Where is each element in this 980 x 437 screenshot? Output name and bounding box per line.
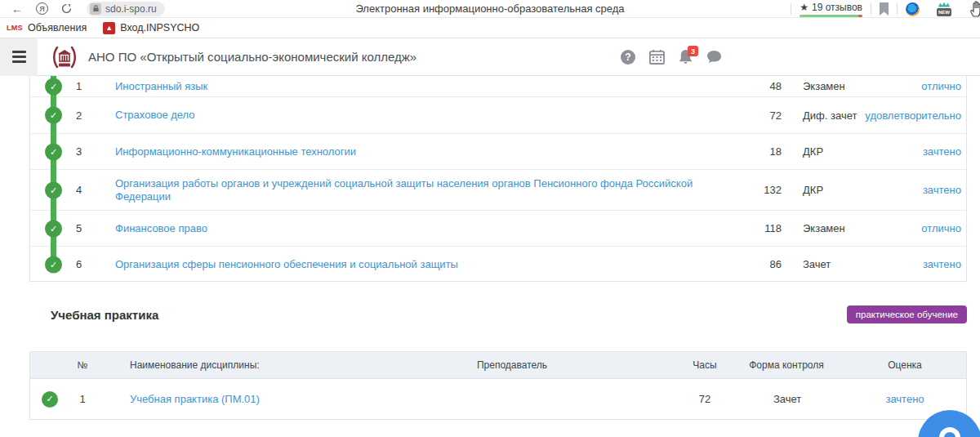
grade-link[interactable]: отлично [860, 222, 966, 234]
grade-link[interactable]: зачтено [860, 184, 966, 196]
grade-link[interactable]: зачтено [844, 393, 966, 405]
discipline-link[interactable]: Информационно-коммуникационные технологи… [115, 145, 742, 158]
check-circle-icon: ✓ [45, 78, 62, 95]
url-text: sdo.i-spo.ru [105, 3, 157, 15]
extension-new-icon[interactable]: NEW [937, 2, 951, 16]
star-icon: ★ [800, 2, 808, 13]
control-form: Экзамен [782, 80, 860, 92]
check-circle-icon: ✓ [45, 181, 62, 198]
lms-icon: LMS [7, 24, 23, 32]
hours-value: 48 [742, 80, 782, 92]
reviews-button[interactable]: ★ 19 отзывов [800, 2, 862, 17]
column-header-name: Наименование дисциплины: [99, 359, 344, 371]
control-form: Диф. зачет [782, 109, 860, 122]
page-title: Электронная информационно-образовательна… [355, 2, 624, 15]
row-number: 6 [76, 258, 115, 270]
lock-icon [90, 3, 101, 15]
section-title: Учебная практика [51, 308, 158, 322]
check-circle-icon: ✓ [45, 220, 62, 237]
control-form: Зачет [782, 258, 860, 270]
check-circle-icon: ✓ [45, 107, 62, 124]
grade-link[interactable]: отлично [860, 80, 966, 92]
grade-link[interactable]: удовлетворительно [860, 109, 966, 122]
back-icon[interactable]: ← [11, 0, 23, 18]
disciplines-table: ✓ 1 Иностранный язык 48 Экзамен отлично … [29, 76, 967, 282]
divider [897, 3, 898, 15]
divider [960, 3, 960, 15]
bookmark-label: Вход.INPSYCHO [120, 22, 199, 33]
practice-type-badge[interactable]: практическое обучение [847, 305, 967, 323]
row-number: 1 [66, 393, 99, 405]
site-header: АНО ПО «Открытый социально-экономический… [0, 38, 980, 76]
discipline-link[interactable]: Финансовое право [115, 222, 742, 235]
hours-value: 72 [680, 393, 729, 405]
column-header-form: Форма контроля [729, 359, 844, 371]
check-circle-icon: ✓ [42, 391, 58, 408]
hours-value: 132 [742, 184, 782, 196]
discipline-link[interactable]: Страховое дело [115, 109, 742, 122]
control-form: ДКР [782, 145, 860, 158]
table-row: ✓ 4 Организация работы органов и учрежде… [30, 170, 966, 211]
hours-value: 72 [742, 109, 782, 122]
notifications-bell-icon[interactable]: 3 [679, 49, 693, 65]
reviews-label: 19 отзывов [812, 2, 862, 13]
practice-table: № Наименование дисциплины: Преподаватель… [29, 351, 967, 420]
table-row: ✓ 2 Страховое дело 72 Диф. зачет удовлет… [30, 97, 966, 134]
grade-link[interactable]: зачтено [860, 258, 966, 270]
hours-value: 18 [742, 145, 782, 158]
table-row: ✓ 3 Информационно-коммуникационные техно… [30, 134, 966, 170]
bookmark-label: Объявления [28, 22, 87, 33]
check-circle-icon: ✓ [45, 256, 62, 273]
discipline-link[interactable]: Организация работы органов и учреждений … [115, 177, 742, 203]
table-row: ✓ 1 Учебная практика (ПМ.01) 72 Зачет за… [30, 379, 966, 419]
control-form: Экзамен [782, 222, 860, 234]
divider [928, 3, 929, 15]
refresh-icon[interactable] [61, 3, 72, 14]
table-row: ✓ 1 Иностранный язык 48 Экзамен отлично [30, 76, 966, 97]
browser-toolbar: ← Я sdo.i-spo.ru Электронная информацион… [0, 0, 980, 18]
bookmark-announcements[interactable]: LMS Объявления [7, 22, 87, 33]
column-header-hours: Часы [680, 359, 729, 371]
check-circle-icon: ✓ [45, 143, 62, 160]
emblem-icon: ▲ [103, 22, 115, 34]
calendar-icon[interactable] [649, 49, 665, 65]
row-number: 4 [76, 184, 115, 196]
yandex-icon[interactable]: Я [36, 2, 48, 15]
crown-icon [938, 2, 950, 7]
practice-section-header: Учебная практика практическое обучение [51, 301, 967, 328]
chat-icon [939, 427, 960, 437]
bookmark-inpsycho[interactable]: ▲ Вход.INPSYCHO [103, 22, 199, 34]
practice-link[interactable]: Учебная практика (ПМ.01) [99, 393, 344, 405]
notification-count-badge: 3 [688, 46, 698, 56]
address-bar[interactable]: sdo.i-spo.ru [87, 2, 165, 16]
table-header-row: № Наименование дисциплины: Преподаватель… [30, 352, 966, 379]
table-row: ✓ 5 Финансовое право 118 Экзамен отлично [30, 211, 966, 247]
college-logo[interactable] [51, 43, 78, 71]
discipline-link[interactable]: Иностранный язык [115, 80, 742, 93]
discipline-link[interactable]: Организация сферы пенсионного обеспечени… [115, 258, 742, 271]
extension-circle-icon[interactable] [906, 2, 920, 16]
row-number: 2 [76, 109, 115, 122]
control-form: Зачет [729, 393, 844, 405]
column-header-grade: Оценка [844, 359, 966, 371]
row-number: 1 [76, 80, 115, 92]
column-header-num: № [66, 359, 99, 371]
column-header-teacher: Преподаватель [344, 359, 680, 371]
divider [871, 3, 871, 15]
control-form: ДКР [782, 184, 860, 196]
new-badge: NEW [937, 8, 951, 16]
hand-icon[interactable] [969, 1, 980, 17]
bookmarks-bar: LMS Объявления ▲ Вход.INPSYCHO [0, 18, 980, 38]
table-row: ✓ 6 Организация сферы пенсионного обеспе… [30, 247, 966, 282]
divider [791, 3, 791, 15]
hamburger-menu-button[interactable] [0, 38, 38, 76]
hours-value: 86 [742, 258, 782, 270]
help-icon[interactable]: ? [621, 50, 635, 65]
grade-link[interactable]: зачтено [860, 145, 966, 158]
hours-value: 118 [742, 222, 782, 234]
row-number: 3 [76, 145, 115, 158]
messages-icon[interactable] [706, 50, 722, 64]
bookmark-flag-icon[interactable] [880, 2, 889, 16]
college-name: АНО ПО «Открытый социально-экономический… [88, 50, 416, 64]
row-number: 5 [76, 222, 115, 234]
